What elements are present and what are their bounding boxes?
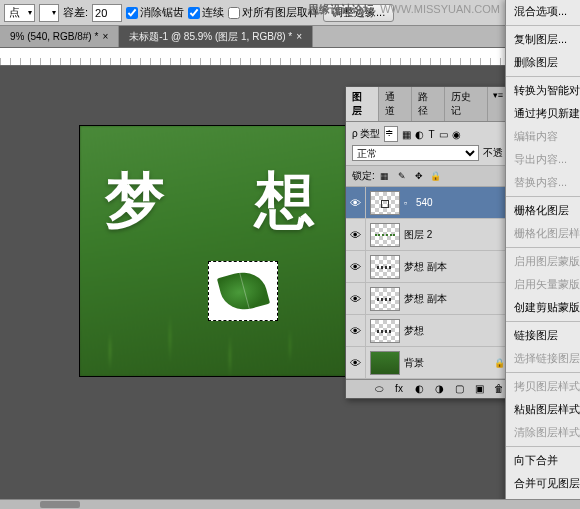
sample-dropdown[interactable]: 点 xyxy=(4,4,35,22)
doc-tab-1[interactable]: 9% (540, RGB/8#) *× xyxy=(0,26,119,47)
opacity-label: 不透 xyxy=(483,146,503,160)
fx-icon[interactable]: fx xyxy=(392,383,406,395)
group-icon[interactable]: ▢ xyxy=(452,383,466,395)
layer-name[interactable]: 梦想 副本 xyxy=(404,292,509,306)
menu-item: 替换内容... xyxy=(506,171,580,194)
menu-item[interactable]: 转换为智能对 xyxy=(506,79,580,102)
layer-name[interactable]: 梦想 xyxy=(404,324,509,338)
tab-history[interactable]: 历史记 xyxy=(445,87,488,121)
blend-mode-select[interactable]: 正常 xyxy=(352,145,479,161)
tolerance-input[interactable] xyxy=(92,4,122,22)
mask-icon[interactable]: ◐ xyxy=(412,383,426,395)
context-menu: 混合选项...复制图层...删除图层转换为智能对通过拷贝新建编辑内容导出内容..… xyxy=(505,0,580,509)
visibility-icon[interactable]: 👁 xyxy=(346,251,366,282)
layer-row[interactable]: 👁梦想 副本 xyxy=(346,251,509,283)
menu-item[interactable]: 合并可见图层 xyxy=(506,472,580,495)
horizontal-ruler xyxy=(0,48,580,66)
menu-item[interactable]: 删除图层 xyxy=(506,51,580,74)
link-icon: ▫ xyxy=(404,198,416,208)
lock-position-icon[interactable]: ✥ xyxy=(412,169,426,183)
lock-all-icon[interactable]: 🔒 xyxy=(429,169,443,183)
menu-item[interactable]: 创建剪贴蒙版 xyxy=(506,296,580,319)
layer-thumbnail[interactable] xyxy=(370,255,400,279)
layer-row[interactable]: 👁背景🔒 xyxy=(346,347,509,379)
canvas[interactable]: 梦 想 xyxy=(80,126,380,376)
document-tabs: 9% (540, RGB/8#) *× 未标题-1 @ 85.9% (图层 1,… xyxy=(0,26,580,48)
visibility-icon[interactable]: 👁 xyxy=(346,315,366,346)
lock-row: 锁定: ▦ ✎ ✥ 🔒 xyxy=(346,166,509,187)
close-icon[interactable]: × xyxy=(296,31,302,42)
layer-name[interactable]: 背景 xyxy=(404,356,494,370)
layer-name[interactable]: 图层 2 xyxy=(404,228,509,242)
layer-row[interactable]: 👁梦想 xyxy=(346,315,509,347)
kind-filter[interactable]: ≑ xyxy=(384,126,398,142)
filter-adjust-icon[interactable]: ◐ xyxy=(415,129,424,140)
tab-layers[interactable]: 图层 xyxy=(346,87,379,121)
text-char-2: 想 xyxy=(255,161,315,242)
visibility-icon[interactable]: 👁 xyxy=(346,347,366,378)
text-char-1: 梦 xyxy=(105,161,165,242)
menu-item: 导出内容... xyxy=(506,148,580,171)
watermark: 思缘设计论坛WWW.MISSYUAN.COM xyxy=(308,2,500,17)
new-layer-icon[interactable]: ▣ xyxy=(472,383,486,395)
kind-label: ρ 类型 xyxy=(352,127,380,141)
menu-item[interactable]: 通过拷贝新建 xyxy=(506,102,580,125)
link-layers-icon[interactable]: ⬭ xyxy=(372,383,386,395)
leaf-icon xyxy=(216,267,269,315)
menu-item: 编辑内容 xyxy=(506,125,580,148)
menu-item: 启用矢量蒙版 xyxy=(506,273,580,296)
tab-channels[interactable]: 通道 xyxy=(379,87,412,121)
layers-footer: ⬭ fx ◐ ◑ ▢ ▣ 🗑 xyxy=(346,379,509,398)
layer-row[interactable]: 👁▫540 xyxy=(346,187,509,219)
layer-thumbnail[interactable] xyxy=(370,351,400,375)
lock-pixels-icon[interactable]: ✎ xyxy=(395,169,409,183)
adjustment-icon[interactable]: ◑ xyxy=(432,383,446,395)
tolerance-label: 容差: xyxy=(63,5,88,20)
sample-all-check[interactable]: 对所有图层取样 xyxy=(228,5,319,20)
visibility-icon[interactable]: 👁 xyxy=(346,219,366,250)
menu-item: 拷贝图层样式 xyxy=(506,375,580,398)
lock-transparent-icon[interactable]: ▦ xyxy=(378,169,392,183)
scrollbar-thumb[interactable] xyxy=(40,501,80,508)
menu-item[interactable]: 复制图层... xyxy=(506,28,580,51)
tab-paths[interactable]: 路径 xyxy=(412,87,445,121)
layer-row[interactable]: 👁梦想 副本 xyxy=(346,283,509,315)
menu-item[interactable]: 混合选项... xyxy=(506,0,580,23)
menu-item[interactable]: 栅格化图层 xyxy=(506,199,580,222)
layer-row[interactable]: 👁图层 2 xyxy=(346,219,509,251)
layer-thumbnail[interactable] xyxy=(370,287,400,311)
horizontal-scrollbar[interactable] xyxy=(0,499,580,509)
layer-thumbnail[interactable] xyxy=(370,319,400,343)
menu-item[interactable]: 链接图层 xyxy=(506,324,580,347)
panel-tabs: 图层 通道 路径 历史记 ▾≡ xyxy=(346,87,509,122)
layers-panel: 图层 通道 路径 历史记 ▾≡ ρ 类型 ≑ ▦ ◐ T ▭ ◉ 正常 不透 锁… xyxy=(345,86,510,399)
trash-icon[interactable]: 🗑 xyxy=(492,383,506,395)
layer-list: 👁▫540👁图层 2👁梦想 副本👁梦想 副本👁梦想👁背景🔒 xyxy=(346,187,509,379)
filter-shape-icon[interactable]: ▭ xyxy=(439,129,448,140)
menu-item[interactable]: 向下合并 xyxy=(506,449,580,472)
menu-item[interactable]: 粘贴图层样式 xyxy=(506,398,580,421)
menu-item: 清除图层样式 xyxy=(506,421,580,444)
layer-thumbnail[interactable] xyxy=(370,223,400,247)
antialias-check[interactable]: 消除锯齿 xyxy=(126,5,184,20)
filter-type-icon[interactable]: T xyxy=(428,129,434,140)
doc-tab-2[interactable]: 未标题-1 @ 85.9% (图层 1, RGB/8) *× xyxy=(119,26,313,47)
visibility-icon[interactable]: 👁 xyxy=(346,187,366,218)
layer-name[interactable]: 梦想 副本 xyxy=(404,260,509,274)
layer-thumbnail[interactable] xyxy=(370,191,400,215)
menu-item: 栅格化图层样 xyxy=(506,222,580,245)
contiguous-check[interactable]: 连续 xyxy=(188,5,224,20)
menu-item: 启用图层蒙版 xyxy=(506,250,580,273)
filter-smart-icon[interactable]: ◉ xyxy=(452,129,461,140)
visibility-icon[interactable]: 👁 xyxy=(346,283,366,314)
layer-name[interactable]: 540 xyxy=(416,197,509,208)
sample-size-dropdown[interactable] xyxy=(39,4,59,22)
filter-pixel-icon[interactable]: ▦ xyxy=(402,129,411,140)
leaf-selection[interactable] xyxy=(208,261,278,321)
menu-item: 选择链接图层 xyxy=(506,347,580,370)
close-icon[interactable]: × xyxy=(102,31,108,42)
